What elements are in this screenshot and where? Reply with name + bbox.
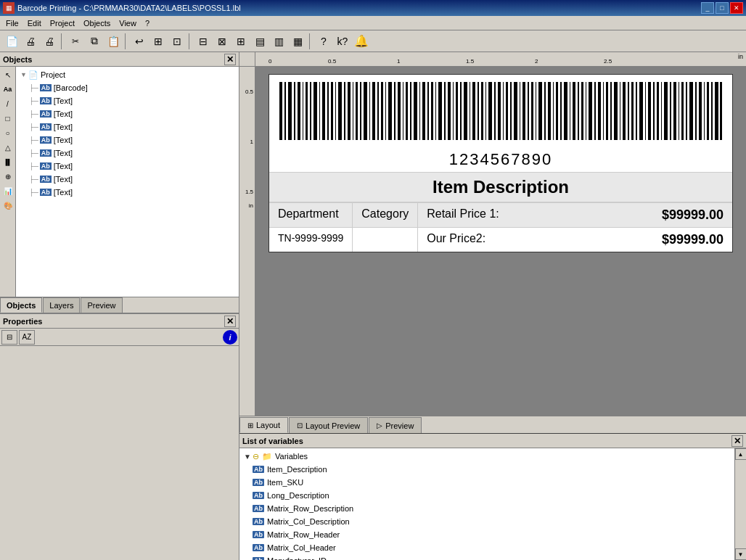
svg-rect-36 — [431, 82, 433, 140]
line-tool[interactable]: / — [1, 97, 15, 110]
tree-item-project[interactable]: ▼📄Project — [17, 68, 237, 81]
minimize-button[interactable]: _ — [701, 2, 714, 14]
menu-project[interactable]: Project — [46, 16, 79, 30]
tree-item-text8[interactable]: ├─Ab[Text] — [17, 186, 237, 199]
var-item-6[interactable]: Ab Matrix_Col_Header — [241, 541, 733, 554]
tab-preview[interactable]: Preview — [81, 297, 122, 313]
svg-rect-38 — [438, 82, 442, 140]
chart-tool[interactable]: 📊 — [1, 184, 15, 197]
svg-rect-3 — [294, 82, 295, 140]
new-button[interactable]: 📄 — [3, 33, 20, 50]
menu-edit[interactable]: Edit — [23, 16, 46, 30]
menu-view[interactable]: View — [115, 16, 141, 30]
print2-button[interactable]: 🖨 — [41, 33, 58, 50]
tab-layers[interactable]: Layers — [43, 297, 80, 313]
var-root[interactable]: ▼ ⊖ 📁 Variables — [241, 450, 733, 463]
var-item-5[interactable]: Ab Matrix_Row_Header — [241, 528, 733, 541]
prop-list-btn[interactable]: ⊟ — [1, 330, 17, 345]
menu-objects[interactable]: Objects — [79, 16, 115, 30]
align1-button[interactable]: ⊟ — [194, 33, 212, 50]
properties-toolbar: ⊟ AZ i — [0, 329, 239, 346]
align2-button[interactable]: ⊠ — [213, 33, 231, 50]
info-button[interactable]: 🔔 — [353, 33, 370, 50]
undo-button[interactable]: ↩ — [131, 33, 148, 50]
var-item-0[interactable]: Ab Item_Description — [241, 463, 733, 476]
maximize-button[interactable]: □ — [716, 2, 729, 14]
bottom-tab-layout[interactable]: ⊞ Layout — [239, 417, 288, 433]
align3-button[interactable]: ⊞ — [232, 33, 250, 50]
tree-item-text6[interactable]: ├─Ab[Text] — [17, 160, 237, 173]
var-item-3[interactable]: Ab Matrix_Row_Description — [241, 502, 733, 515]
variables-header: List of variables ✕ — [239, 434, 746, 448]
rect-tool[interactable]: □ — [1, 112, 15, 125]
svg-rect-72 — [581, 82, 583, 140]
svg-rect-101 — [704, 82, 705, 140]
scrollbar-up[interactable]: ▲ — [735, 448, 747, 460]
svg-rect-78 — [606, 82, 608, 140]
var-item-1[interactable]: Ab Item_SKU — [241, 476, 733, 489]
select-tool[interactable]: ↖ — [1, 68, 15, 81]
canvas-scroll[interactable]: 1234567890 Item Description Department C… — [255, 67, 746, 416]
color-tool[interactable]: 🎨 — [1, 199, 15, 212]
info-icon-button[interactable]: i — [223, 330, 237, 345]
close-button[interactable]: ✕ — [730, 2, 743, 14]
svg-rect-9 — [319, 82, 320, 140]
title-bar: ▦ Barcode Printing - C:\PRMMAR30\DATA2\L… — [0, 0, 746, 16]
var-item-2[interactable]: Ab Long_Description — [241, 489, 733, 502]
copy-button[interactable]: ⧉ — [86, 33, 103, 50]
retail-price-value: $99999.00 — [662, 207, 724, 223]
prop-sort-btn[interactable]: AZ — [19, 330, 35, 345]
variables-close-button[interactable]: ✕ — [731, 435, 743, 447]
separator-2 — [125, 33, 128, 49]
bottom-tab-preview[interactable]: ▷ Preview — [369, 417, 422, 433]
print-button[interactable]: 🖨 — [22, 33, 39, 50]
svg-rect-10 — [322, 82, 325, 140]
title-text: Barcode Printing - C:\PRMMAR30\DATA2\LAB… — [17, 4, 241, 12]
tree-item-text3[interactable]: ├─Ab[Text] — [17, 120, 237, 133]
menu-bar: File Edit Project Objects View ? — [0, 16, 746, 30]
tab-objects[interactable]: Objects — [0, 297, 42, 313]
properties-close-button[interactable]: ✕ — [224, 316, 236, 327]
ruler-left: 0.5 1 1.5 in — [239, 67, 255, 416]
var-item-4[interactable]: Ab Matrix_Col_Description — [241, 515, 733, 528]
barcode-tool[interactable]: ▐▌ — [1, 155, 15, 168]
menu-help[interactable]: ? — [141, 16, 154, 30]
svg-rect-33 — [419, 82, 420, 140]
tree-item-text5[interactable]: ├─Ab[Text] — [17, 147, 237, 160]
tree-item-text4[interactable]: ├─Ab[Text] — [17, 133, 237, 147]
svg-rect-27 — [394, 82, 395, 140]
scrollbar-down[interactable]: ▼ — [735, 548, 747, 560]
image-tool[interactable]: ⊕ — [1, 170, 15, 183]
align4-button[interactable]: ▤ — [251, 33, 269, 50]
align6-button[interactable]: ▦ — [289, 33, 306, 50]
svg-rect-81 — [620, 82, 620, 140]
tree-item-text2[interactable]: ├─Ab[Text] — [17, 107, 237, 120]
retail-price-row: Retail Price 1: $99999.00 — [418, 203, 732, 227]
svg-rect-37 — [435, 82, 436, 140]
tree-item-text7[interactable]: ├─Ab[Text] — [17, 173, 237, 186]
text-tool[interactable]: Aa — [1, 83, 15, 96]
help2-button[interactable]: k? — [334, 33, 351, 50]
cut-button[interactable]: ✂ — [67, 33, 84, 50]
polygon-tool[interactable]: △ — [1, 141, 15, 154]
svg-rect-45 — [470, 82, 470, 140]
var-item-7[interactable]: Ab Manufacturer_ID — [241, 554, 733, 560]
help-button[interactable]: ? — [315, 33, 332, 50]
svg-rect-55 — [510, 82, 512, 140]
paste-button[interactable]: 📋 — [104, 33, 122, 50]
snap-button[interactable]: ⊡ — [168, 33, 186, 50]
variables-scrollbar: ▲ ▼ — [734, 448, 746, 560]
menu-file[interactable]: File — [1, 16, 23, 30]
svg-rect-4 — [298, 82, 300, 140]
tree-item-barcode[interactable]: ├─Ab[Barcode] — [17, 81, 237, 94]
svg-rect-48 — [481, 82, 483, 140]
align5-button[interactable]: ▥ — [270, 33, 287, 50]
svg-rect-88 — [648, 82, 651, 140]
bottom-tab-layout-preview[interactable]: ⊡ Layout Preview — [289, 417, 368, 433]
grid-button[interactable]: ⊞ — [149, 33, 167, 50]
objects-close-button[interactable]: ✕ — [224, 54, 236, 65]
tree-item-text1[interactable]: ├─Ab[Text] — [17, 94, 237, 107]
ellipse-tool[interactable]: ○ — [1, 126, 15, 139]
svg-rect-102 — [707, 82, 709, 140]
svg-rect-42 — [456, 82, 458, 140]
